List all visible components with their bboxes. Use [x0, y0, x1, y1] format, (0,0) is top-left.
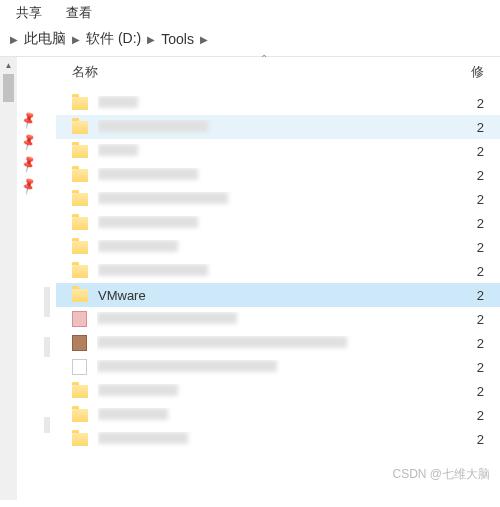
header-modified[interactable]: 修: [470, 63, 484, 81]
folder-icon: [72, 433, 88, 446]
row-date: 2: [470, 264, 484, 279]
row-label: [98, 432, 460, 447]
row-label: [98, 168, 460, 183]
quick-access-pins: 📌 📌 📌 📌: [19, 57, 39, 500]
table-row[interactable]: 2: [56, 91, 500, 115]
chevron-right-icon[interactable]: ▶: [147, 34, 155, 45]
folder-icon: [72, 409, 88, 422]
table-row[interactable]: 2: [56, 235, 500, 259]
folder-icon: [72, 121, 88, 134]
row-label: [98, 144, 460, 159]
folder-icon: [72, 193, 88, 206]
breadcrumb-item[interactable]: Tools: [161, 31, 194, 47]
file-list: ⌃ 名称 修 22222222VMware2222222: [56, 57, 500, 500]
row-date: 2: [470, 192, 484, 207]
table-row[interactable]: 2: [56, 163, 500, 187]
folder-icon: [72, 145, 88, 158]
row-date: 2: [470, 432, 484, 447]
scroll-thumb[interactable]: [3, 74, 14, 102]
row-date: 2: [470, 312, 484, 327]
row-label: [98, 264, 460, 279]
table-row[interactable]: 2: [56, 115, 500, 139]
pin-icon: 📌: [18, 110, 38, 130]
row-label: [97, 312, 460, 327]
nav-edge: [40, 57, 56, 500]
folder-icon: [72, 241, 88, 254]
table-row[interactable]: 2: [56, 139, 500, 163]
folder-icon: [72, 265, 88, 278]
row-date: 2: [470, 96, 484, 111]
row-date: 2: [470, 240, 484, 255]
folder-icon: [72, 169, 88, 182]
column-headers: ⌃ 名称 修: [56, 57, 500, 91]
table-row[interactable]: 2: [56, 211, 500, 235]
table-row[interactable]: 2: [56, 331, 500, 355]
row-label: [98, 120, 460, 135]
content-area: ▲ 📌 📌 📌 📌 ⌃ 名称 修 22222222VMware2222222: [0, 57, 500, 500]
scroll-up-icon[interactable]: ▲: [0, 57, 17, 74]
row-date: 2: [470, 408, 484, 423]
nav-pane: ▲ 📌 📌 📌 📌: [0, 57, 56, 500]
row-label: [98, 216, 460, 231]
row-label: VMware: [98, 288, 460, 303]
tab-view[interactable]: 查看: [66, 4, 92, 18]
table-row[interactable]: 2: [56, 307, 500, 331]
row-label: [97, 360, 460, 375]
row-label: [97, 336, 460, 351]
row-date: 2: [470, 168, 484, 183]
folder-icon: [72, 217, 88, 230]
chevron-right-icon[interactable]: ▶: [200, 34, 208, 45]
tab-share[interactable]: 共享: [16, 4, 42, 18]
file-icon: [72, 359, 87, 375]
row-date: 2: [470, 360, 484, 375]
row-label: [98, 240, 460, 255]
pin-icon: 📌: [18, 176, 38, 196]
folder-icon: [72, 289, 88, 302]
ribbon-tabs: 共享 查看: [0, 0, 500, 22]
table-row[interactable]: 2: [56, 403, 500, 427]
table-row[interactable]: 2: [56, 259, 500, 283]
breadcrumb-item[interactable]: 软件 (D:): [86, 30, 141, 48]
folder-icon: [72, 385, 88, 398]
nav-scrollbar[interactable]: ▲: [0, 57, 17, 500]
row-date: 2: [470, 144, 484, 159]
table-row[interactable]: 2: [56, 379, 500, 403]
row-date: 2: [470, 336, 484, 351]
row-label: [98, 408, 460, 423]
sort-indicator-icon: ⌃: [260, 53, 268, 64]
table-row[interactable]: 2: [56, 355, 500, 379]
pin-icon: 📌: [18, 154, 38, 174]
row-label: [98, 96, 460, 111]
folder-icon: [72, 97, 88, 110]
row-label: [98, 192, 460, 207]
chevron-right-icon[interactable]: ▶: [10, 34, 18, 45]
breadcrumb-item[interactable]: 此电脑: [24, 30, 66, 48]
row-date: 2: [470, 288, 484, 303]
row-date: 2: [470, 216, 484, 231]
rows-container: 22222222VMware2222222: [56, 91, 500, 500]
chevron-right-icon[interactable]: ▶: [72, 34, 80, 45]
breadcrumb: ▶ 此电脑 ▶ 软件 (D:) ▶ Tools ▶: [0, 22, 500, 57]
pin-icon: 📌: [18, 132, 38, 152]
header-name[interactable]: 名称: [72, 63, 470, 81]
row-date: 2: [470, 384, 484, 399]
row-date: 2: [470, 120, 484, 135]
table-row[interactable]: 2: [56, 187, 500, 211]
row-label: [98, 384, 460, 399]
table-row[interactable]: 2: [56, 427, 500, 451]
table-row[interactable]: VMware2: [56, 283, 500, 307]
file-icon: [72, 335, 87, 351]
file-icon: [72, 311, 87, 327]
